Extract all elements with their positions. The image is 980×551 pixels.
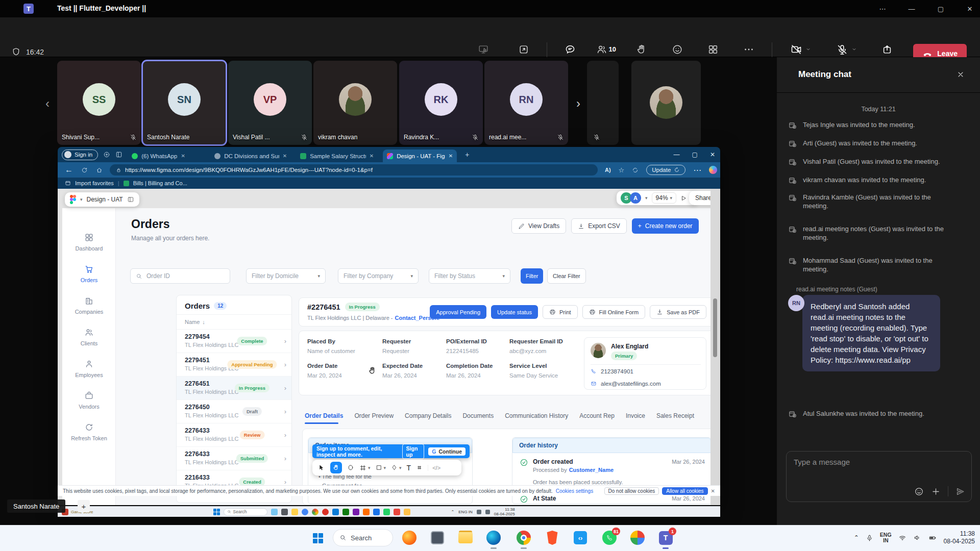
order-id-search-input[interactable]: Order ID [130, 268, 230, 284]
tab-close-icon[interactable]: ✕ [449, 153, 453, 159]
taskbar-app-icon[interactable] [353, 509, 359, 515]
tab-documents[interactable]: Documents [462, 412, 494, 419]
edge-icon[interactable] [485, 530, 502, 546]
browser-tab[interactable]: (6) WhatsApp ✕ [128, 149, 205, 162]
sidebar-item-refresh-token[interactable]: Refresh Token [62, 422, 116, 441]
read-aloud-icon[interactable]: A) [605, 167, 611, 173]
attach-plus-icon[interactable] [931, 487, 941, 496]
filter-status-dropdown[interactable]: Filter by Status▾ [429, 268, 510, 284]
order-row[interactable]: 2279454TL Flex Holdings LLC Complete› [177, 330, 291, 353]
task-view-icon[interactable] [429, 530, 446, 546]
participant-tile[interactable]: RN read.ai mee... [484, 61, 568, 145]
print-button[interactable]: Print [543, 305, 578, 319]
browser-maximize-icon[interactable]: ▢ [692, 151, 698, 158]
taskbar-app-icon[interactable] [271, 509, 278, 515]
participant-tile-active-speaker[interactable]: SN Santosh Narate [142, 61, 226, 145]
workspaces-icon[interactable] [103, 151, 110, 158]
vscode-icon[interactable]: ‹› [572, 530, 589, 546]
browser-tab[interactable]: Sample Salary Structure with calc ✕ [296, 149, 378, 162]
order-row-selected[interactable]: 2276451TL Flex Holdings LLC In Progress› [177, 377, 291, 400]
sync-icon[interactable] [632, 167, 639, 173]
taskbar-app-icon[interactable] [281, 509, 288, 515]
browser-tab-active[interactable]: Design - UAT - Figma ✕ [383, 149, 457, 162]
view-drafts-button[interactable]: View Drafts [511, 218, 566, 234]
component-tool-icon[interactable] [416, 464, 423, 471]
tab-order-details[interactable]: Order Details [305, 412, 343, 419]
teams-icon[interactable]: T 1 [657, 530, 674, 546]
shape-tool-icon[interactable]: ▾ [376, 464, 386, 471]
chat-close-icon[interactable] [957, 70, 965, 79]
taskbar-app-icon[interactable] [342, 509, 349, 515]
deny-cookies-button[interactable]: Do not allow cookies [604, 487, 659, 495]
update-status-button[interactable]: Update status [491, 305, 538, 319]
layout-panel-icon[interactable] [127, 196, 134, 203]
taskbar-app-icon[interactable] [291, 509, 298, 515]
taskbar-app-icon[interactable] [332, 509, 339, 515]
frame-tool-icon[interactable]: ▾ [359, 464, 371, 471]
text-tool-icon[interactable]: T [407, 464, 411, 472]
browser-signin-button[interactable]: Sign in [62, 149, 98, 160]
fill-online-form-button[interactable]: Fill Online Form [582, 305, 646, 319]
start-button[interactable] [310, 531, 326, 546]
bookmark-link[interactable]: Bills | Billing and Co... [133, 180, 187, 186]
browser-minimize-icon[interactable]: — [674, 151, 680, 158]
tab-company-details[interactable]: Company Details [405, 412, 451, 419]
collaborator-avatar[interactable]: A [630, 192, 641, 204]
url-field[interactable]: https://www.figma.com/design/9BKQ0FOHRWa… [110, 164, 598, 176]
tray-chevron-icon[interactable]: ⌃ [451, 510, 455, 514]
vertical-tabs-icon[interactable] [115, 151, 122, 158]
order-row[interactable]: 2276433TL Flex Holdings LLC Review› [177, 423, 291, 447]
shared-clock-date[interactable]: 08-04-2025 [494, 512, 515, 516]
tiles-scroll-right-icon[interactable]: › [573, 96, 584, 111]
refresh-icon[interactable] [81, 167, 88, 173]
contact-phone[interactable]: 2123874901 [601, 368, 633, 374]
taskbar-app-icon[interactable] [383, 509, 390, 515]
order-row[interactable]: 2276433TL Flex Holdings LLC Submitted› [177, 447, 291, 470]
window-minimize-icon[interactable]: — [906, 3, 917, 14]
tray-language[interactable]: ENG IN [458, 510, 473, 514]
move-tool-icon[interactable] [317, 464, 325, 471]
save-as-pdf-button[interactable]: Save as PDF [650, 305, 706, 319]
tab-sales-receipt[interactable]: Sales Receipt [656, 412, 694, 419]
taskbar-app-icon[interactable] [373, 509, 380, 515]
taskbar-search[interactable]: Search [333, 529, 393, 546]
copilot-icon[interactable] [709, 166, 717, 174]
sidebar-item-employees[interactable]: Employees [62, 359, 116, 378]
taskbar-app-icon[interactable] [322, 509, 329, 515]
window-maximize-icon[interactable]: ▢ [935, 3, 946, 14]
participant-tile-partial[interactable] [587, 61, 619, 145]
signup-button[interactable]: Sign up [402, 444, 425, 459]
taskbar-app-icon[interactable] [312, 509, 318, 515]
home-icon[interactable] [96, 167, 103, 173]
search-pill[interactable]: Search [224, 508, 267, 516]
lasso-tool-icon[interactable] [347, 464, 354, 471]
camera-chevron-icon[interactable] [805, 46, 811, 52]
wifi-icon[interactable] [898, 534, 906, 542]
canvas-scrollbar[interactable] [710, 189, 720, 505]
chrome-icon[interactable] [516, 530, 532, 546]
file-explorer-icon[interactable] [457, 530, 474, 546]
tray-chevron-icon[interactable]: ⌃ [854, 534, 859, 541]
tiles-scroll-left-icon[interactable]: ‹ [42, 96, 53, 111]
cookie-close-icon[interactable]: ✕ [711, 488, 715, 494]
window-more-icon[interactable]: ⋯ [877, 3, 888, 14]
chrome-profile-icon[interactable] [629, 530, 646, 546]
tab-invoice[interactable]: Invoice [626, 412, 645, 419]
taskbar-app-icon[interactable] [394, 509, 400, 515]
sidebar-item-dashboard[interactable]: Dashboard [62, 233, 116, 252]
contact-email[interactable]: alex@vstatefilings.com [601, 381, 661, 387]
tab-order-preview[interactable]: Order Preview [354, 412, 394, 419]
column-header-name[interactable]: Name↓ [177, 315, 291, 330]
tray-icon[interactable] [485, 510, 490, 514]
allow-cookies-button[interactable]: Allow all cookies [662, 487, 707, 495]
filter-company-dropdown[interactable]: Filter by Company▾ [338, 268, 419, 284]
shared-clock-time[interactable]: 11:38 [494, 507, 515, 512]
cookie-settings-link[interactable]: Cookies settings [556, 488, 593, 494]
volume-icon[interactable] [913, 534, 921, 542]
window-close-icon[interactable]: ✕ [964, 3, 975, 14]
browser-close-icon[interactable]: ✕ [710, 151, 715, 158]
clock[interactable]: 11:38 08-04-2025 [944, 530, 975, 545]
pen-tool-icon[interactable]: ▾ [391, 464, 402, 471]
favorite-star-icon[interactable]: ☆ [619, 166, 625, 174]
message-input[interactable] [787, 452, 971, 480]
